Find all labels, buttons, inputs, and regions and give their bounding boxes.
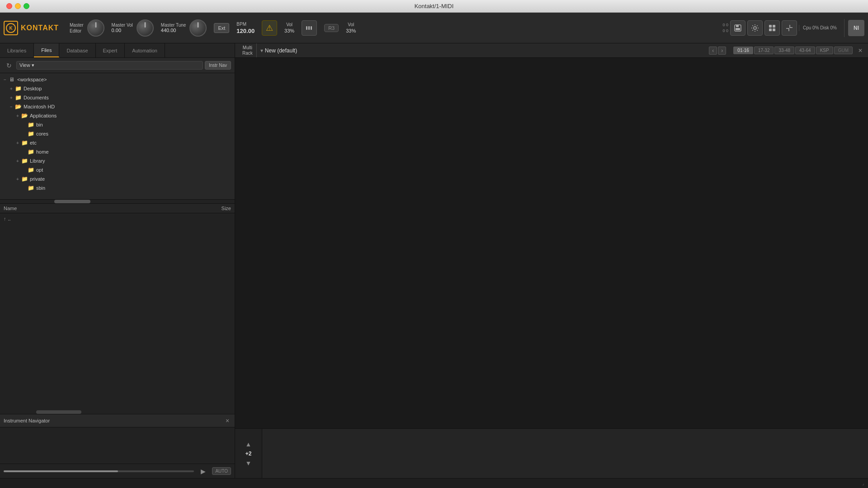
tab-libraries[interactable]: Libraries [0, 43, 34, 57]
tab-automation[interactable]: Automation [125, 43, 165, 57]
instr-nav-button[interactable]: Instr Nav [205, 61, 231, 70]
settings-button[interactable] [747, 20, 763, 36]
transport-progress [4, 470, 118, 472]
alert-button[interactable]: ⚠ [262, 20, 277, 36]
window-controls [0, 3, 29, 9]
master-editor-control: Master Editor [70, 19, 104, 37]
rack-tab-01-16[interactable]: 01-16 [733, 47, 753, 54]
save-button[interactable] [730, 20, 745, 36]
transport-slider[interactable] [4, 470, 194, 472]
up-icon: ↑ [4, 216, 6, 221]
maximize-button[interactable] [24, 3, 29, 9]
piano-keyboard-svg[interactable] [262, 429, 868, 478]
master-tune-control: Master Tune 440.00 [161, 19, 207, 37]
tree-label-library: Library [30, 158, 45, 164]
tree-toggle-workspace[interactable]: − [2, 76, 8, 83]
svg-rect-10 [773, 25, 775, 28]
tree-item-desktop[interactable]: + 📁 Desktop [0, 84, 235, 93]
svg-rect-6 [736, 25, 739, 27]
rack-tab-43-64[interactable]: 43-64 [795, 47, 815, 54]
master-section: Master Editor Master Vol 0.00 Master Tun… [66, 13, 721, 43]
tree-item-home[interactable]: 📁 home [0, 147, 235, 156]
rack-nav-next[interactable]: › [718, 47, 726, 55]
master-vol-knob[interactable] [137, 19, 154, 37]
bpm-value: 120.00 [236, 28, 255, 34]
auto-button[interactable]: AUTO [212, 467, 231, 475]
tree-item-macintosh-hd[interactable]: − 📂 Macintosh HD [0, 102, 235, 111]
play-button[interactable]: ▶ [198, 466, 208, 477]
tree-label-cores: cores [36, 131, 48, 136]
rack-close-button[interactable]: ✕ [856, 47, 864, 55]
right-panel: Multi Rack ▾ New (default) ‹ › 01-16 17-… [235, 43, 868, 478]
tree-item-opt[interactable]: 📁 opt [0, 165, 235, 174]
tree-item-library[interactable]: + 📁 Library [0, 156, 235, 165]
midi-button[interactable] [302, 20, 317, 36]
rack-tab-17-32[interactable]: 17-32 [754, 47, 774, 54]
instrument-navigator: Instrument Navigator × [0, 414, 235, 464]
refresh-button[interactable]: ↻ [4, 60, 14, 71]
tree-item-applications[interactable]: + 📂 Applications [0, 111, 235, 120]
svg-rect-11 [769, 28, 772, 31]
inav-close-button[interactable]: × [224, 417, 231, 424]
tree-item-sbin[interactable]: 📁 sbin [0, 183, 235, 192]
svg-text:K: K [9, 26, 13, 31]
keyboard-down-button[interactable]: ▼ [244, 459, 253, 468]
tree-toggle-bin [21, 122, 27, 128]
tree-toggle-macintosh-hd[interactable]: − [8, 103, 14, 110]
svg-rect-12 [773, 28, 775, 31]
rack-dropdown-arrow[interactable]: ▾ [260, 47, 263, 54]
file-list-hscrollbar-thumb[interactable] [36, 410, 81, 414]
tree-hscrollbar[interactable] [0, 200, 235, 203]
rack-tab-33-48[interactable]: 33-48 [774, 47, 794, 54]
tab-expert[interactable]: Expert [96, 43, 125, 57]
tree-item-cores[interactable]: 📁 cores [0, 129, 235, 138]
tree-toggle-desktop[interactable]: + [8, 85, 14, 92]
window-title: Kontakt/1-MIDI [415, 3, 454, 9]
vol1-value: 33% [284, 28, 294, 33]
close-button[interactable] [6, 3, 12, 9]
tree-label-bin: bin [36, 122, 43, 127]
folder-icon-sbin: 📁 [27, 184, 34, 192]
tree-toggle-private[interactable]: + [14, 176, 21, 182]
folder-icon-private: 📁 [21, 175, 28, 183]
folder-icon-documents: 📁 [14, 94, 22, 101]
tree-item-workspace[interactable]: − 🖥 <workspace> [0, 75, 235, 84]
minimize-button[interactable] [15, 3, 21, 9]
tree-item-bin[interactable]: 📁 bin [0, 120, 235, 129]
file-tree[interactable]: − 🖥 <workspace> + 📁 Desktop + 📁 Document… [0, 73, 235, 200]
tree-item-documents[interactable]: + 📁 Documents [0, 93, 235, 102]
tree-item-etc[interactable]: + 📁 etc [0, 138, 235, 147]
rack-tab-gum[interactable]: GUM [834, 47, 853, 54]
rack-nav-prev[interactable]: ‹ [709, 47, 717, 55]
resize-button[interactable] [782, 20, 797, 36]
tree-label-applications: Applications [30, 113, 57, 118]
tab-files[interactable]: Files [34, 43, 59, 57]
keyboard-up-button[interactable]: ▲ [244, 440, 253, 449]
file-row-up[interactable]: ↑ .. [4, 215, 231, 222]
rack-tab-ksp[interactable]: KSP [816, 47, 833, 54]
view-select[interactable]: View ▾ [16, 61, 203, 70]
tab-database[interactable]: Database [59, 43, 95, 57]
tree-toggle-library[interactable]: + [14, 158, 21, 164]
master-tune-knob[interactable] [189, 19, 207, 37]
ext-button[interactable]: Ext [214, 23, 229, 33]
file-list-hscrollbar[interactable] [0, 410, 235, 414]
tree-toggle-applications[interactable]: + [14, 113, 21, 119]
vol2-control: Vol 33% [346, 22, 356, 33]
tree-toggle-documents[interactable]: + [8, 94, 14, 101]
master-editor-knob[interactable] [87, 19, 104, 37]
col-size: Size [204, 206, 231, 211]
file-list[interactable]: ↑ .. [0, 213, 235, 410]
rack-dropdown[interactable]: ▾ New (default) [260, 47, 297, 54]
tree-item-private[interactable]: + 📁 private [0, 174, 235, 183]
status-corner: ⌟ [862, 481, 864, 486]
grid-button[interactable] [764, 20, 780, 36]
bpm-control: BPM 120.00 [236, 22, 255, 34]
svg-rect-2 [306, 26, 307, 30]
separator [844, 19, 844, 37]
r3-button[interactable]: R3 [324, 24, 339, 32]
cpu-info: Cpu 0% Disk 0% [799, 25, 840, 31]
tree-toggle-etc[interactable]: + [14, 140, 21, 146]
title-bar: Kontakt/1-MIDI [0, 0, 868, 13]
tree-hscrollbar-thumb[interactable] [54, 200, 90, 203]
